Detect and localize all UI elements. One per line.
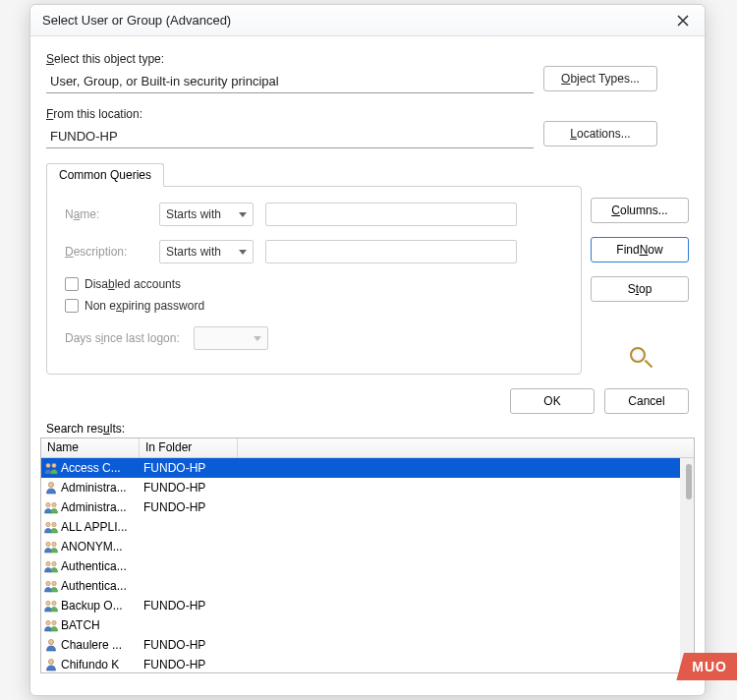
row-name: Administra... bbox=[61, 481, 140, 495]
name-label: Name: bbox=[65, 207, 151, 221]
object-type-label: Select this object type: bbox=[46, 52, 534, 66]
table-row[interactable]: Access C...FUNDO-HP bbox=[41, 458, 680, 478]
dialog-body: Select this object type: User, Group, or… bbox=[30, 36, 705, 382]
row-name: Chifundo K bbox=[61, 658, 140, 671]
person-icon bbox=[41, 638, 61, 652]
results-box: Name In Folder Access C...FUNDO-HPAdmini… bbox=[40, 438, 695, 673]
table-row[interactable]: ANONYM... bbox=[41, 537, 680, 556]
disabled-accounts-checkbox[interactable] bbox=[65, 277, 79, 291]
svg-point-10 bbox=[52, 561, 56, 565]
results-rows: Access C...FUNDO-HPAdministra...FUNDO-HP… bbox=[41, 458, 680, 672]
svg-point-6 bbox=[52, 522, 56, 526]
row-name: Chaulere ... bbox=[61, 638, 140, 652]
cancel-button[interactable]: Cancel bbox=[604, 388, 689, 414]
svg-point-5 bbox=[46, 522, 50, 526]
table-row[interactable]: Chaulere ...FUNDO-HP bbox=[41, 635, 680, 655]
locations-button[interactable]: Locations... bbox=[543, 121, 657, 146]
close-button[interactable] bbox=[669, 9, 697, 32]
row-folder: FUNDO-HP bbox=[140, 658, 238, 671]
object-types-button[interactable]: Object Types... bbox=[543, 66, 657, 91]
svg-point-4 bbox=[52, 502, 56, 506]
non-expiring-label: Non expiring password bbox=[85, 299, 204, 313]
person-icon bbox=[41, 658, 61, 671]
titlebar[interactable]: Select User or Group (Advanced) bbox=[30, 5, 705, 36]
select-user-group-dialog: Select User or Group (Advanced) Select t… bbox=[29, 4, 706, 696]
table-row[interactable]: Authentica... bbox=[41, 556, 680, 576]
row-folder: FUNDO-HP bbox=[140, 500, 238, 514]
table-row[interactable]: Administra...FUNDO-HP bbox=[41, 478, 680, 497]
svg-point-7 bbox=[46, 542, 50, 546]
object-type-field[interactable]: User, Group, or Built-in security princi… bbox=[46, 70, 534, 93]
svg-point-3 bbox=[46, 502, 50, 506]
svg-point-15 bbox=[46, 620, 50, 624]
row-folder: FUNDO-HP bbox=[140, 461, 238, 475]
row-name: Authentica... bbox=[61, 559, 140, 573]
days-since-logon-row: Days since last logon: bbox=[65, 326, 563, 350]
table-row[interactable]: Administra...FUNDO-HP bbox=[41, 497, 680, 517]
row-folder: FUNDO-HP bbox=[140, 599, 238, 612]
col-name[interactable]: Name bbox=[41, 438, 140, 457]
name-input[interactable] bbox=[265, 203, 517, 226]
svg-point-16 bbox=[52, 620, 56, 624]
group-icon bbox=[41, 599, 61, 612]
table-row[interactable]: Backup O...FUNDO-HP bbox=[41, 596, 680, 615]
dialog-buttons: OK Cancel bbox=[30, 382, 705, 414]
non-expiring-row[interactable]: Non expiring password bbox=[65, 299, 563, 313]
row-name: Administra... bbox=[61, 500, 140, 514]
find-now-button[interactable]: Find Now bbox=[591, 237, 689, 262]
row-name: Access C... bbox=[61, 461, 140, 475]
description-input[interactable] bbox=[265, 240, 517, 263]
row-name: BATCH bbox=[61, 618, 140, 632]
ok-button[interactable]: OK bbox=[510, 388, 595, 414]
group-icon bbox=[41, 461, 61, 475]
col-folder[interactable]: In Folder bbox=[140, 438, 238, 457]
svg-point-14 bbox=[52, 601, 56, 605]
table-row[interactable]: Chifundo KFUNDO-HP bbox=[41, 655, 680, 672]
group-icon bbox=[41, 618, 61, 632]
table-row[interactable]: Authentica... bbox=[41, 576, 680, 596]
dialog-title: Select User or Group (Advanced) bbox=[42, 13, 669, 28]
table-row[interactable]: BATCH bbox=[41, 615, 680, 635]
svg-point-17 bbox=[48, 639, 53, 644]
scrollbar-thumb[interactable] bbox=[686, 464, 692, 499]
group-icon bbox=[41, 540, 61, 554]
tab-panel: Name: Starts with Description: Starts wi… bbox=[46, 186, 582, 375]
row-name: ANONYM... bbox=[61, 540, 140, 554]
stop-button[interactable]: Stop bbox=[591, 276, 689, 302]
tab-common-queries[interactable]: Common Queries bbox=[46, 163, 164, 187]
muo-badge: MUO bbox=[676, 653, 737, 680]
results-header[interactable]: Name In Folder bbox=[41, 438, 694, 458]
row-name: ALL APPLI... bbox=[61, 520, 140, 534]
right-column: Columns... Find Now Stop bbox=[591, 198, 689, 373]
description-mode-combo[interactable]: Starts with bbox=[159, 240, 254, 263]
columns-button[interactable]: Columns... bbox=[591, 198, 689, 223]
row-folder: FUNDO-HP bbox=[140, 638, 238, 652]
non-expiring-checkbox[interactable] bbox=[65, 299, 79, 313]
name-mode-combo[interactable]: Starts with bbox=[159, 203, 254, 226]
from-location-label: From this location: bbox=[46, 107, 534, 121]
svg-point-2 bbox=[48, 482, 53, 487]
group-icon bbox=[41, 559, 61, 573]
row-name: Authentica... bbox=[61, 579, 140, 593]
from-location-field[interactable]: FUNDO-HP bbox=[46, 125, 534, 148]
table-row[interactable]: ALL APPLI... bbox=[41, 517, 680, 537]
svg-point-0 bbox=[46, 463, 50, 467]
row-name: Backup O... bbox=[61, 599, 140, 612]
svg-point-9 bbox=[46, 561, 50, 565]
search-results-label: Search results: bbox=[30, 414, 705, 438]
close-icon bbox=[677, 15, 689, 27]
svg-point-11 bbox=[46, 581, 50, 585]
days-since-logon-combo[interactable] bbox=[194, 326, 268, 350]
row-folder: FUNDO-HP bbox=[140, 481, 238, 495]
disabled-accounts-row[interactable]: Disabled accounts bbox=[65, 277, 563, 291]
group-icon bbox=[41, 520, 61, 534]
disabled-accounts-label: Disabled accounts bbox=[85, 277, 181, 291]
person-icon bbox=[41, 481, 61, 495]
days-since-logon-label: Days since last logon: bbox=[65, 331, 180, 345]
search-icon bbox=[626, 345, 653, 373]
scrollbar[interactable] bbox=[680, 458, 694, 672]
common-queries-tabset: Common Queries Name: Starts with Descrip… bbox=[46, 162, 582, 375]
svg-point-12 bbox=[52, 581, 56, 585]
description-label: Description: bbox=[65, 245, 151, 259]
svg-point-13 bbox=[46, 601, 50, 605]
